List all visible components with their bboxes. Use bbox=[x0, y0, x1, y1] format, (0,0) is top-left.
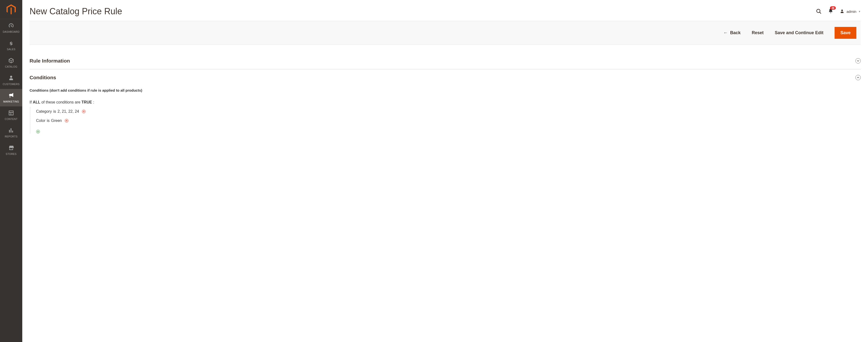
sidebar-label: DASHBOARD bbox=[1, 30, 21, 33]
remove-condition-button[interactable]: ✕ bbox=[65, 119, 68, 123]
notifications-button[interactable]: 38 bbox=[828, 8, 833, 15]
box-icon bbox=[8, 57, 14, 64]
condition-operator[interactable]: is bbox=[53, 109, 56, 114]
value-selector[interactable]: TRUE bbox=[82, 100, 92, 104]
condition-row: Color is Green ✕ bbox=[36, 116, 861, 125]
condition-value[interactable]: 2, 21, 22, 24 bbox=[57, 109, 79, 114]
reset-label: Reset bbox=[752, 30, 764, 35]
sidebar-item-customers[interactable]: CUSTOMERS bbox=[0, 72, 22, 89]
top-actions: 38 admin ▼ bbox=[816, 8, 861, 15]
sentence-mid: of these conditions are bbox=[40, 100, 82, 104]
user-label: admin bbox=[846, 9, 857, 13]
svg-point-0 bbox=[817, 9, 820, 12]
save-continue-button[interactable]: Save and Continue Edit bbox=[775, 30, 824, 35]
sidebar-label: CONTENT bbox=[1, 118, 21, 120]
sidebar-item-stores[interactable]: STORES bbox=[0, 141, 22, 159]
conditions-tree: Category is 2, 21, 22, 24 ✕ Color is Gre… bbox=[30, 107, 861, 134]
sidebar-label: MARKETING bbox=[1, 100, 21, 103]
sidebar-label: CATALOG bbox=[1, 65, 21, 68]
chevron-down-icon: ▼ bbox=[858, 10, 861, 13]
user-icon bbox=[840, 9, 844, 14]
sidebar-item-sales[interactable]: SALES bbox=[0, 37, 22, 54]
top-bar: New Catalog Price Rule 38 admin ▼ bbox=[30, 0, 861, 21]
save-continue-label: Save and Continue Edit bbox=[775, 30, 824, 35]
sidebar-item-dashboard[interactable]: DASHBOARD bbox=[0, 19, 22, 37]
search-icon[interactable] bbox=[816, 8, 822, 14]
user-menu[interactable]: admin ▼ bbox=[840, 9, 861, 14]
back-button[interactable]: ← Back bbox=[723, 30, 741, 35]
reset-button[interactable]: Reset bbox=[752, 30, 764, 35]
sidebar-label: SALES bbox=[1, 48, 21, 51]
main-content: New Catalog Price Rule 38 admin ▼ ← bbox=[22, 0, 868, 342]
sentence-suffix: : bbox=[92, 100, 94, 104]
dollar-icon bbox=[8, 40, 14, 46]
sentence-prefix: If bbox=[30, 100, 33, 104]
person-icon bbox=[8, 75, 14, 81]
bars-icon bbox=[8, 127, 14, 134]
sidebar-item-catalog[interactable]: CATALOG bbox=[0, 54, 22, 72]
section-header-conditions[interactable]: Conditions bbox=[30, 74, 861, 81]
save-button[interactable]: Save bbox=[835, 27, 857, 39]
sidebar-item-marketing[interactable]: MARKETING bbox=[0, 89, 22, 106]
remove-condition-button[interactable]: ✕ bbox=[82, 110, 86, 113]
section-rule-information: Rule Information bbox=[30, 57, 861, 69]
back-label: Back bbox=[730, 30, 741, 35]
action-bar: ← Back Reset Save and Continue Edit Save bbox=[30, 21, 861, 45]
section-header-rule-information[interactable]: Rule Information bbox=[30, 57, 861, 65]
admin-sidebar: DASHBOARD SALES CATALOG CUSTOMERS MARKET… bbox=[0, 0, 22, 342]
conditions-root-sentence: If ALL of these conditions are TRUE : bbox=[30, 100, 861, 105]
layout-icon bbox=[8, 110, 14, 116]
section-conditions: Conditions Conditions (don't add conditi… bbox=[30, 74, 861, 138]
aggregator-selector[interactable]: ALL bbox=[33, 100, 40, 104]
sidebar-label: REPORTS bbox=[1, 135, 21, 138]
section-title: Rule Information bbox=[30, 58, 70, 64]
storefront-icon bbox=[8, 145, 14, 151]
megaphone-icon bbox=[8, 92, 14, 98]
add-condition-button[interactable]: + bbox=[36, 130, 40, 134]
sidebar-item-content[interactable]: CONTENT bbox=[0, 106, 22, 124]
conditions-note: Conditions (don't add conditions if rule… bbox=[30, 88, 861, 92]
condition-attribute[interactable]: Color bbox=[36, 118, 45, 123]
collapse-icon bbox=[856, 75, 861, 80]
expand-icon bbox=[856, 58, 861, 63]
sidebar-label: CUSTOMERS bbox=[1, 83, 21, 86]
condition-value[interactable]: Green bbox=[51, 118, 62, 123]
conditions-body: Conditions (don't add conditions if rule… bbox=[30, 81, 861, 134]
notification-badge: 38 bbox=[830, 6, 836, 10]
section-title: Conditions bbox=[30, 75, 56, 81]
arrow-left-icon: ← bbox=[723, 30, 728, 35]
condition-attribute[interactable]: Category bbox=[36, 109, 52, 114]
svg-line-1 bbox=[819, 12, 821, 13]
dashboard-icon bbox=[8, 23, 14, 29]
page-title: New Catalog Price Rule bbox=[30, 6, 816, 17]
sidebar-label: STORES bbox=[1, 152, 21, 155]
condition-operator[interactable]: is bbox=[47, 118, 50, 123]
condition-row: Category is 2, 21, 22, 24 ✕ bbox=[36, 107, 861, 116]
sidebar-item-reports[interactable]: REPORTS bbox=[0, 124, 22, 141]
magento-logo[interactable] bbox=[0, 0, 22, 19]
